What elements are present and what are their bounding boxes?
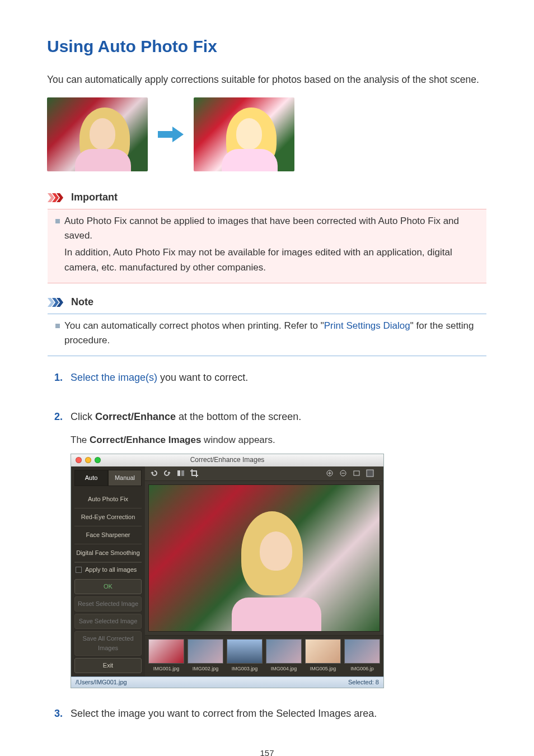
save-all-button[interactable]: Save All Corrected Images (74, 631, 142, 656)
square-bullet-icon (55, 219, 60, 223)
photo-after (194, 97, 294, 171)
full-screen-icon[interactable] (366, 469, 374, 478)
crop-icon[interactable] (190, 469, 199, 478)
apply-all-row[interactable]: Apply to all images (74, 562, 142, 577)
toolbar (145, 466, 383, 481)
exit-button[interactable]: Exit (74, 658, 142, 673)
before-after-row (47, 97, 487, 171)
thumbnail[interactable]: IMG002.jpg (188, 639, 223, 673)
save-selected-button[interactable]: Save Selected Image (74, 614, 142, 629)
tab-manual[interactable]: Manual (108, 470, 142, 486)
zoom-out-icon[interactable] (339, 469, 348, 478)
thumbnail[interactable]: IMG001.jpg (148, 639, 184, 673)
zoom-icon[interactable] (95, 457, 101, 463)
page-number: 157 (47, 746, 487, 756)
svg-rect-12 (367, 470, 373, 477)
checkbox-icon[interactable] (76, 567, 82, 573)
reset-selected-button[interactable]: Reset Selected Image (74, 596, 142, 612)
step-number: 2. (47, 409, 63, 688)
important-line1: Auto Photo Fix cannot be applied to imag… (64, 214, 481, 244)
step-3-text: Select the image you want to correct fro… (71, 706, 487, 722)
window-titlebar: Correct/Enhance Images (71, 454, 383, 466)
thumbnail[interactable]: IMG005.jpg (305, 639, 341, 673)
photo-before (47, 97, 148, 171)
sidebar-item-digital-face-smoothing[interactable]: Digital Face Smoothing (74, 544, 142, 562)
step-number: 1. (47, 370, 63, 391)
compare-icon[interactable] (176, 469, 185, 478)
thumbnail[interactable]: IMG006.jp (344, 639, 380, 673)
print-settings-dialog-link[interactable]: Print Settings Dialog (324, 320, 410, 331)
note-callout: Note You can automatically correct photo… (47, 292, 487, 357)
preview-image (148, 484, 380, 632)
step-number: 3. (47, 706, 63, 727)
important-callout: Important Auto Photo Fix cannot be appli… (47, 187, 487, 284)
steps-list: 1. Select the image(s) you want to corre… (47, 370, 487, 727)
step-2-text: Click Correct/Enhance at the bottom of t… (71, 409, 487, 425)
intro-text: You can automatically apply corrections … (47, 72, 487, 87)
step-1: 1. Select the image(s) you want to corre… (47, 370, 487, 391)
status-selected: Selected: 8 (348, 678, 379, 687)
fit-window-icon[interactable] (352, 469, 361, 478)
svg-marker-0 (158, 127, 184, 142)
important-line2: In addition, Auto Photo Fix may not be a… (64, 245, 481, 275)
status-bar: /Users/IMG001.jpg Selected: 8 (71, 676, 383, 688)
arrow-right-icon (158, 125, 184, 143)
sidebar-item-auto-photo-fix[interactable]: Auto Photo Fix (74, 491, 142, 508)
note-heading: Note (71, 295, 93, 310)
status-path: /Users/IMG001.jpg (76, 678, 127, 687)
thumbnail[interactable]: IMG003.jpg (227, 639, 263, 673)
thumbnail[interactable]: IMG004.jpg (266, 639, 302, 673)
rotate-left-icon[interactable] (149, 469, 158, 478)
chevrons-icon (48, 193, 67, 202)
select-images-link[interactable]: Select the image(s) (71, 372, 157, 383)
thumbnail-strip: IMG001.jpg IMG002.jpg IMG003.jpg IMG004.… (145, 635, 383, 676)
sidebar-item-face-sharpener[interactable]: Face Sharpener (74, 526, 142, 544)
minimize-icon[interactable] (85, 457, 91, 463)
tab-auto[interactable]: Auto (74, 470, 108, 486)
ok-button[interactable]: OK (74, 579, 142, 594)
page-title: Using Auto Photo Fix (47, 34, 487, 60)
square-bullet-icon (55, 324, 60, 328)
step-2-subtext: The Correct/Enhance Images window appear… (71, 433, 487, 447)
step-1-text: Select the image(s) you want to correct. (71, 370, 487, 386)
rotate-right-icon[interactable] (163, 469, 172, 478)
step-2: 2. Click Correct/Enhance at the bottom o… (47, 409, 487, 688)
correct-enhance-window: Correct/Enhance Images Auto Manual Auto … (71, 454, 384, 689)
svg-rect-11 (354, 471, 359, 475)
close-icon[interactable] (76, 457, 82, 463)
zoom-in-icon[interactable] (325, 469, 334, 478)
sidebar: Auto Manual Auto Photo Fix Red-Eye Corre… (71, 466, 145, 677)
sidebar-item-red-eye-correction[interactable]: Red-Eye Correction (74, 508, 142, 526)
apply-all-label: Apply to all images (85, 565, 137, 575)
note-text: You can automatically correct photos whe… (64, 319, 481, 348)
svg-rect-7 (177, 470, 180, 476)
window-title: Correct/Enhance Images (71, 455, 383, 465)
important-heading: Important (71, 190, 118, 206)
svg-rect-8 (181, 470, 184, 476)
chevrons-icon (48, 298, 67, 307)
step-3: 3. Select the image you want to correct … (47, 706, 487, 727)
